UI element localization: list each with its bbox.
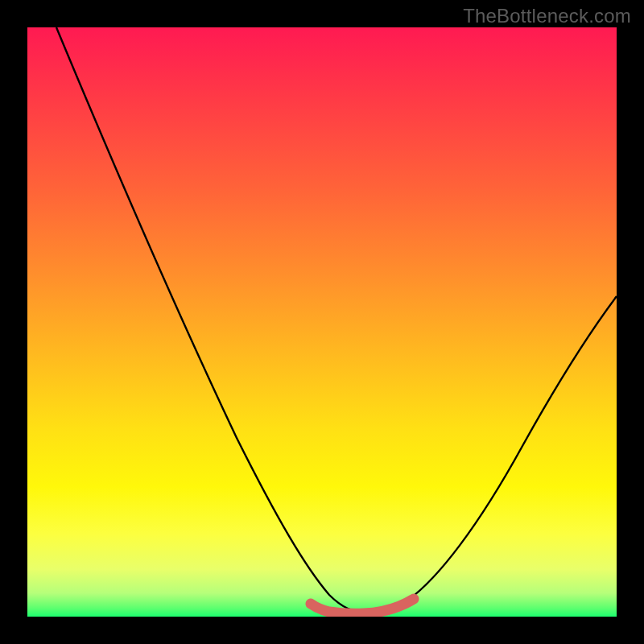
optimal-zone-marker [311, 599, 414, 613]
chart-frame: TheBottleneck.com [0, 0, 644, 644]
plot-area [27, 27, 617, 617]
curve-layer [27, 27, 617, 617]
bottleneck-curve [56, 27, 617, 613]
watermark-text: TheBottleneck.com [463, 5, 631, 27]
